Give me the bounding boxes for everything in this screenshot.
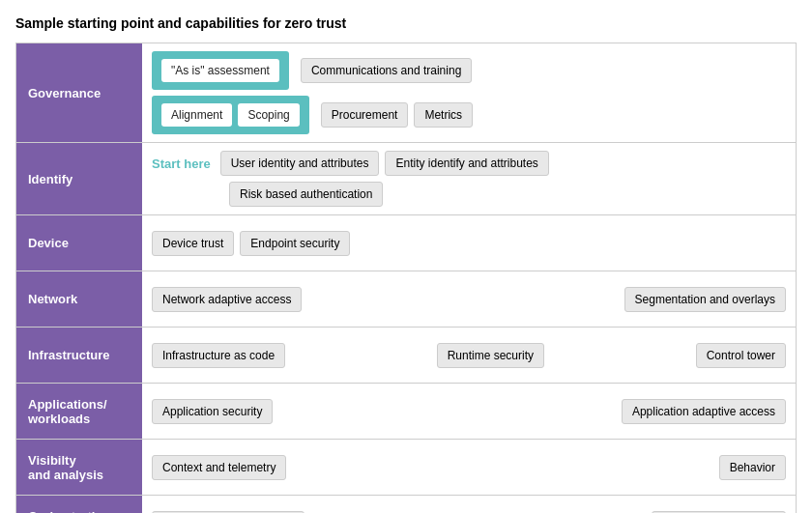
governance-content: "As is" assessment Communications and tr… xyxy=(142,43,796,142)
chip-endpoint-security: Endpoint security xyxy=(240,231,350,256)
chip-behavior: Behavior xyxy=(719,455,786,480)
chip-application-adaptive: Application adaptive access xyxy=(622,399,786,424)
network-row: Network Network adaptive access Segmenta… xyxy=(16,271,796,328)
teal-highlight-block: "As is" assessment xyxy=(152,51,289,90)
infrastructure-content: Infrastructure as code Runtime security … xyxy=(142,328,796,383)
governance-row: Governance "As is" assessment Communicat… xyxy=(16,43,796,143)
orchestration-content: Integration and workflows Response autom… xyxy=(142,496,796,513)
device-content: Device trust Endpoint security xyxy=(142,215,796,271)
network-content: Network adaptive access Segmentation and… xyxy=(142,271,796,327)
orchestration-row: Orchestration and automation Integration… xyxy=(16,496,796,513)
chip-control-tower: Control tower xyxy=(696,343,786,368)
identify-row1: Start here User identity and attributes … xyxy=(152,151,786,176)
page-title: Sample starting point and capabilities f… xyxy=(15,15,797,31)
identify-row2: Risk based authentication xyxy=(152,182,786,207)
device-row: Device Device trust Endpoint security xyxy=(16,215,796,271)
chip-segmentation-overlays: Segmentation and overlays xyxy=(624,287,786,312)
network-label: Network xyxy=(16,271,142,327)
chip-alignment: Alignment xyxy=(161,103,232,127)
applications-content: Application security Application adaptiv… xyxy=(142,384,796,439)
identify-label: Identify xyxy=(16,143,142,214)
infrastructure-label: Infrastructure xyxy=(16,328,142,383)
chip-application-security: Application security xyxy=(152,399,273,424)
chip-infrastructure-code: Infrastructure as code xyxy=(152,343,285,368)
chip-user-identity: User identity and attributes xyxy=(220,151,380,176)
chip-risk-based-auth: Risk based authentication xyxy=(229,182,383,207)
chip-context-telemetry: Context and telemetry xyxy=(152,455,286,480)
chip-communications-training: Communications and training xyxy=(301,58,472,83)
applications-row: Applications/ workloads Application secu… xyxy=(16,384,796,440)
visibility-content: Context and telemetry Behavior xyxy=(142,440,796,495)
start-here-label: Start here xyxy=(152,157,211,171)
chip-procurement: Procurement xyxy=(321,102,409,128)
chip-network-adaptive: Network adaptive access xyxy=(152,287,302,312)
visibility-row: Visibilty and analysis Context and telem… xyxy=(16,440,796,496)
identify-content: Start here User identity and attributes … xyxy=(142,143,796,214)
governance-top: "As is" assessment Communications and tr… xyxy=(152,51,786,90)
chip-scoping: Scoping xyxy=(238,103,299,127)
identify-row: Identify Start here User identity and at… xyxy=(16,143,796,215)
teal-highlight-block-2: Alignment Scoping xyxy=(152,96,309,134)
device-label: Device xyxy=(16,215,142,271)
orchestration-label: Orchestration and automation xyxy=(16,496,142,513)
chip-runtime-security: Runtime security xyxy=(437,343,544,368)
zero-trust-table: Governance "As is" assessment Communicat… xyxy=(15,43,797,513)
applications-label: Applications/ workloads xyxy=(16,384,142,439)
chip-entity-identity: Entity identify and attributes xyxy=(385,151,548,176)
governance-label: Governance xyxy=(16,43,142,142)
governance-bottom: Alignment Scoping Procurement Metrics xyxy=(152,96,786,134)
chip-device-trust: Device trust xyxy=(152,231,234,256)
visibility-label: Visibilty and analysis xyxy=(16,440,142,495)
chip-metrics: Metrics xyxy=(414,102,473,128)
chip-as-is-assessment: "As is" assessment xyxy=(161,59,279,82)
infrastructure-row: Infrastructure Infrastructure as code Ru… xyxy=(16,328,796,384)
